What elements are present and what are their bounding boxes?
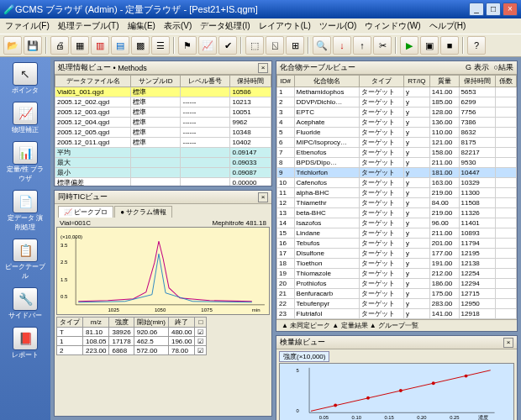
table-row[interactable]: 2005.12_011.qgd標準------10402 bbox=[55, 138, 271, 148]
batch-grid-body[interactable]: データファイル名サンプルIDレベル番号保持時間Vial01_001.qgd標準1… bbox=[55, 75, 271, 186]
col-header[interactable]: レベル番号 bbox=[181, 76, 230, 87]
panel-close-icon[interactable]: × bbox=[503, 338, 513, 348]
col-header[interactable]: 開始(min) bbox=[134, 318, 168, 328]
table-row[interactable]: 5Fluorideターゲットy110.008632 bbox=[277, 128, 517, 138]
col-header[interactable]: ID# bbox=[277, 76, 295, 87]
minimize-button[interactable]: _ bbox=[469, 3, 484, 16]
tool-b-icon[interactable]: ⍂ bbox=[266, 36, 284, 55]
table-row[interactable]: 23Flutriafolターゲットy141.0012918 bbox=[277, 309, 517, 319]
print-icon[interactable]: 🖨 bbox=[50, 36, 69, 55]
table-row[interactable]: 11alpha-BHCターゲットy219.0011300 bbox=[277, 188, 517, 198]
table-row[interactable]: 2DDVP/Dichlo…ターゲットy185.006299 bbox=[277, 97, 517, 108]
check-icon[interactable]: ✔ bbox=[218, 36, 237, 55]
flag-icon[interactable]: ⚑ bbox=[178, 36, 197, 55]
tab-peak[interactable]: 📈 ピークプロ bbox=[58, 206, 113, 218]
table-row[interactable]: 9Trichlorfonターゲットy181.0010447 bbox=[277, 168, 517, 178]
sidebar-item-1[interactable]: 📈物理補正 bbox=[5, 102, 45, 134]
zoom-icon[interactable]: 🔍 bbox=[313, 36, 331, 55]
opt-result[interactable]: ○結果 bbox=[494, 62, 513, 73]
menu-edit[interactable]: 編集(E) bbox=[128, 20, 155, 32]
panel-close-icon[interactable]: × bbox=[258, 192, 268, 202]
table-row[interactable]: 標準偏差0.00000 bbox=[55, 178, 271, 186]
table-row[interactable]: 13beta-BHCターゲットy219.0011326 bbox=[277, 208, 517, 218]
open-icon[interactable]: 📂 bbox=[3, 36, 22, 55]
save-icon[interactable]: 💾 bbox=[24, 36, 42, 55]
table-row[interactable]: 14Isazofosターゲットy96.0011401 bbox=[277, 218, 517, 228]
tab-spectrum[interactable]: ● サクラム情報 bbox=[114, 206, 172, 218]
col-header[interactable]: 保持時間 bbox=[230, 76, 271, 87]
table-row[interactable]: 22Tebufenpyrターゲットy283.0012950 bbox=[277, 299, 517, 309]
compound-footer-tabs[interactable]: ▲ 未同定ピーク ▲ 定量結果 ▲ グループ一覧 bbox=[276, 319, 517, 331]
menu-file[interactable]: ファイル(F) bbox=[5, 20, 50, 32]
menu-data[interactable]: データ処理(I) bbox=[200, 20, 250, 32]
view1-icon[interactable]: ▥ bbox=[91, 36, 109, 55]
tool-a-icon[interactable]: ⬚ bbox=[245, 36, 264, 55]
table-row[interactable]: 1108.0517178462.5196.00☑ bbox=[57, 337, 207, 346]
col-header[interactable]: 係数 bbox=[496, 76, 517, 87]
menu-help[interactable]: ヘルプ(H) bbox=[429, 20, 466, 32]
table-row[interactable]: 7Etbenofosターゲットy158.0082217 bbox=[277, 148, 517, 158]
tool-c-icon[interactable]: ⊞ bbox=[286, 36, 304, 55]
peak2-icon[interactable]: ↑ bbox=[353, 36, 371, 55]
calibration-chart[interactable]: 5 0 0.05 0.10 0.15 0.20 0. bbox=[279, 363, 514, 420]
sidebar-item-5[interactable]: 🔧サイドバー bbox=[5, 287, 45, 320]
col-header[interactable]: サンプルID bbox=[131, 76, 181, 87]
view2-icon[interactable]: ▤ bbox=[111, 36, 129, 55]
table-row[interactable]: 最小0.09087 bbox=[55, 168, 271, 178]
list-icon[interactable]: ☰ bbox=[151, 36, 170, 55]
chart-icon[interactable]: 📈 bbox=[198, 36, 217, 55]
table-row[interactable]: 2005.12_004.qgd標準------9962 bbox=[55, 118, 271, 128]
help-icon[interactable]: ? bbox=[467, 36, 486, 55]
menu-window[interactable]: ウィンドウ(W) bbox=[365, 20, 420, 32]
col-header[interactable]: 終了 bbox=[168, 318, 194, 328]
sidebar-item-3[interactable]: 📄定データ 演削処理 bbox=[5, 190, 45, 232]
grid-icon[interactable]: ▩ bbox=[131, 36, 150, 55]
table-row[interactable]: 6MIPC/Isoprocy…ターゲットy121.008175 bbox=[277, 138, 517, 148]
col-header[interactable]: 強度 bbox=[109, 318, 134, 328]
col-header[interactable]: タイプ bbox=[359, 76, 403, 87]
table-row[interactable]: 20Prothiofosターゲットy186.0012294 bbox=[277, 279, 517, 289]
sidebar-item-2[interactable]: 📊定量/性 ブラウザ bbox=[5, 141, 45, 183]
table-row[interactable]: 平均0.09147 bbox=[55, 148, 271, 158]
table-row[interactable]: 3EPTCターゲットy128.007756 bbox=[277, 108, 517, 118]
opt-display[interactable]: G 表示 bbox=[466, 62, 489, 73]
panel-close-icon[interactable]: × bbox=[258, 63, 268, 73]
table-row[interactable]: 10Cafenofosターゲットy163.0010329 bbox=[277, 178, 517, 188]
go-icon[interactable]: ▶ bbox=[400, 36, 418, 55]
run-icon[interactable]: ▣ bbox=[420, 36, 439, 55]
table-row[interactable]: 16Tebufosターゲットy201.0011794 bbox=[277, 239, 517, 249]
col-header[interactable]: データファイル名 bbox=[55, 76, 131, 87]
menu-tools[interactable]: ツール(O) bbox=[319, 20, 356, 32]
col-header[interactable]: 保持時間 bbox=[459, 76, 496, 87]
close-button[interactable]: × bbox=[503, 3, 518, 16]
menu-table[interactable]: 処理テーブル(T) bbox=[58, 20, 119, 32]
col-header[interactable]: □ bbox=[195, 318, 207, 328]
peak-icon[interactable]: ↓ bbox=[333, 36, 351, 55]
col-header[interactable]: RT/IQ bbox=[403, 76, 429, 87]
sidebar-item-4[interactable]: 📋ピークテーブル bbox=[5, 239, 45, 281]
table-row[interactable]: 8BPDS/Dipo…ターゲットy211.009530 bbox=[277, 158, 517, 168]
menu-view[interactable]: 表示(V) bbox=[164, 20, 192, 32]
cut-icon[interactable]: ✂ bbox=[373, 36, 392, 55]
menu-layout[interactable]: レイアウト(L) bbox=[259, 20, 311, 32]
table-row[interactable]: 17Disulfoneターゲットy177.0012195 bbox=[277, 249, 517, 259]
col-header[interactable]: 質量 bbox=[429, 76, 459, 87]
sidebar-item-0[interactable]: ↖ポインタ bbox=[5, 62, 45, 95]
table-row[interactable]: 15Lindaneターゲットy211.0010893 bbox=[277, 228, 517, 239]
chromatogram-chart[interactable]: (×10,000) 3.5 2.5 1.5 0.5 1025 1050 1075 bbox=[56, 227, 270, 315]
table-row[interactable]: 18Tioethonターゲットy191.0012138 bbox=[277, 259, 517, 269]
table-row[interactable]: 2005.12_003.qgd標準------10051 bbox=[55, 108, 271, 118]
sidebar-item-6[interactable]: 📕レポート bbox=[5, 327, 45, 360]
table-row[interactable]: 最大0.09033 bbox=[55, 158, 271, 168]
table-row[interactable]: 21Benfuracarbターゲットy175.0012715 bbox=[277, 289, 517, 299]
table-row[interactable]: Vial01_001.qgd標準10586 bbox=[55, 87, 271, 97]
table-row[interactable]: T81.1038926920.06480.00☑ bbox=[57, 328, 207, 337]
col-header[interactable]: m/z bbox=[83, 318, 109, 328]
stop-icon[interactable]: ■ bbox=[440, 36, 459, 55]
compound-grid-body[interactable]: ID#化合物名タイプRT/IQ質量保持時間係数1Methamidophosターゲ… bbox=[276, 75, 517, 319]
table-row[interactable]: 4Acephateターゲットy136.007386 bbox=[277, 118, 517, 128]
maximize-button[interactable]: □ bbox=[486, 3, 501, 16]
table-row[interactable]: 12Thiamethrターゲットy84.0011508 bbox=[277, 198, 517, 208]
table-row[interactable]: 19Thiomazoleターゲットy212.0012254 bbox=[277, 269, 517, 279]
table-row[interactable]: 2223.006868572.0078.00☑ bbox=[57, 346, 207, 355]
